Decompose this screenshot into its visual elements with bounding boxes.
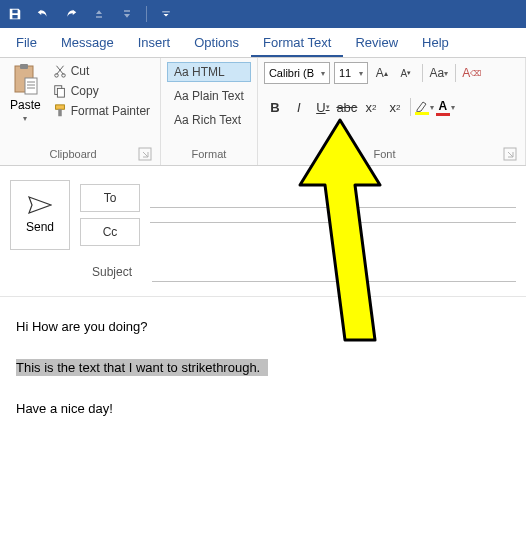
font-name-dropdown[interactable]: Calibri (B ▾ bbox=[264, 62, 330, 84]
qat-divider bbox=[146, 6, 147, 22]
tab-options[interactable]: Options bbox=[182, 29, 251, 57]
separator bbox=[455, 64, 456, 82]
group-font: Calibri (B ▾ 11 ▾ A▴ A▾ Aa▾ A⌫ B I U▾ ab… bbox=[258, 58, 526, 165]
font-group-label: Font bbox=[266, 145, 503, 163]
tab-file[interactable]: File bbox=[4, 29, 49, 57]
change-case-button[interactable]: Aa▾ bbox=[429, 63, 449, 83]
paste-dropdown-icon: ▾ bbox=[23, 114, 27, 123]
paste-label: Paste bbox=[10, 98, 41, 112]
group-format: Aa HTML Aa Plain Text Aa Rich Text Forma… bbox=[161, 58, 258, 165]
cc-field[interactable] bbox=[150, 222, 516, 223]
grow-font-button[interactable]: A▴ bbox=[372, 63, 392, 83]
group-clipboard: Paste ▾ Cut Copy Format Painter Clipbo bbox=[0, 58, 161, 165]
body-line-3: Have a nice day! bbox=[16, 399, 510, 420]
ribbon: Paste ▾ Cut Copy Format Painter Clipbo bbox=[0, 58, 526, 166]
redo-icon[interactable] bbox=[62, 5, 80, 23]
highlight-color-button[interactable]: ▾ bbox=[415, 100, 434, 115]
font-name-value: Calibri (B bbox=[269, 67, 314, 79]
undo-icon[interactable] bbox=[34, 5, 52, 23]
cut-button[interactable]: Cut bbox=[49, 62, 154, 80]
format-rich-button[interactable]: Aa Rich Text bbox=[167, 110, 251, 130]
svg-rect-2 bbox=[25, 78, 37, 94]
font-size-dropdown[interactable]: 11 ▾ bbox=[334, 62, 368, 84]
tab-help[interactable]: Help bbox=[410, 29, 461, 57]
font-dialog-launcher-icon[interactable] bbox=[503, 147, 517, 161]
save-icon[interactable] bbox=[6, 5, 24, 23]
chevron-down-icon: ▾ bbox=[451, 103, 455, 112]
bold-button[interactable]: B bbox=[264, 96, 286, 118]
highlight-swatch bbox=[415, 112, 429, 115]
send-button[interactable]: Send bbox=[10, 180, 70, 250]
strikethrough-button[interactable]: abc bbox=[336, 96, 358, 118]
title-bar bbox=[0, 0, 526, 28]
svg-rect-1 bbox=[20, 64, 28, 69]
svg-rect-7 bbox=[55, 105, 64, 109]
to-button[interactable]: To bbox=[80, 184, 140, 212]
clipboard-group-label: Clipboard bbox=[8, 145, 138, 163]
tab-review[interactable]: Review bbox=[343, 29, 410, 57]
shrink-font-button[interactable]: A▾ bbox=[396, 63, 416, 83]
up-arrow-icon[interactable] bbox=[90, 5, 108, 23]
font-color-swatch bbox=[436, 113, 450, 116]
subscript-button[interactable]: x2 bbox=[360, 96, 382, 118]
copy-button[interactable]: Copy bbox=[49, 82, 154, 100]
down-arrow-icon[interactable] bbox=[118, 5, 136, 23]
format-painter-button[interactable]: Format Painter bbox=[49, 102, 154, 120]
ribbon-tabs: File Message Insert Options Format Text … bbox=[0, 28, 526, 58]
italic-button[interactable]: I bbox=[288, 96, 310, 118]
format-group-label: Format bbox=[169, 145, 249, 163]
tab-message[interactable]: Message bbox=[49, 29, 126, 57]
superscript-button[interactable]: x2 bbox=[384, 96, 406, 118]
font-size-value: 11 bbox=[339, 67, 351, 79]
cc-button[interactable]: Cc bbox=[80, 218, 140, 246]
compose-header: Send To Cc Subject bbox=[0, 166, 526, 297]
message-body[interactable]: Hi How are you doing? This is the text t… bbox=[0, 297, 526, 459]
clipboard-dialog-launcher-icon[interactable] bbox=[138, 147, 152, 161]
clear-formatting-button[interactable]: A⌫ bbox=[462, 63, 482, 83]
copy-label: Copy bbox=[71, 84, 99, 98]
send-label: Send bbox=[26, 220, 54, 234]
tab-format-text[interactable]: Format Text bbox=[251, 29, 343, 57]
separator bbox=[422, 64, 423, 82]
paste-button[interactable]: Paste ▾ bbox=[6, 62, 45, 125]
chevron-down-icon: ▾ bbox=[430, 103, 434, 112]
customize-qat-icon[interactable] bbox=[157, 5, 175, 23]
to-field[interactable] bbox=[150, 207, 516, 208]
format-plain-button[interactable]: Aa Plain Text bbox=[167, 86, 251, 106]
chevron-down-icon: ▾ bbox=[359, 69, 363, 78]
svg-rect-8 bbox=[58, 109, 62, 116]
separator bbox=[410, 98, 411, 116]
format-painter-label: Format Painter bbox=[71, 104, 150, 118]
chevron-down-icon: ▾ bbox=[321, 69, 325, 78]
subject-field[interactable] bbox=[152, 262, 516, 282]
subject-label: Subject bbox=[82, 265, 142, 279]
svg-rect-6 bbox=[57, 88, 64, 97]
underline-button[interactable]: U▾ bbox=[312, 96, 334, 118]
body-line-2-selected: This is the text that I want to striketh… bbox=[16, 359, 268, 376]
body-line-1: Hi How are you doing? bbox=[16, 317, 510, 338]
tab-insert[interactable]: Insert bbox=[126, 29, 183, 57]
cut-label: Cut bbox=[71, 64, 90, 78]
format-html-button[interactable]: Aa HTML bbox=[167, 62, 251, 82]
font-color-button[interactable]: A ▾ bbox=[436, 99, 455, 116]
